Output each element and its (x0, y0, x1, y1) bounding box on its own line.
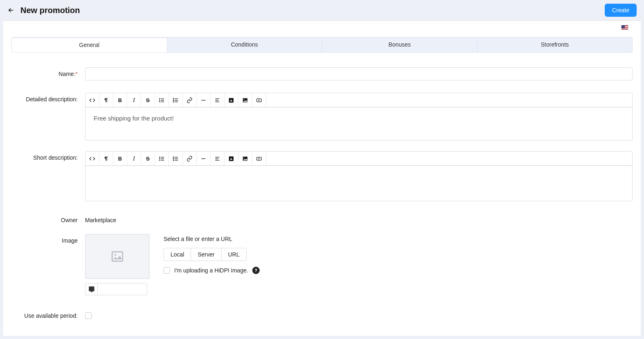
tab-general[interactable]: General (12, 38, 167, 52)
detailed-editor-body[interactable]: Free shipping for the product! (85, 107, 632, 140)
svg-rect-15 (173, 158, 174, 159)
image-url-button[interactable]: URL (222, 248, 247, 261)
label-detailed: Detailed description: (11, 93, 85, 103)
label-name: Name:* (11, 67, 85, 77)
textcolor-icon[interactable]: A (224, 93, 238, 107)
media-icon[interactable] (252, 93, 266, 107)
short-toolbar: B I S A (85, 152, 632, 166)
svg-point-0 (159, 98, 160, 99)
svg-rect-22 (112, 252, 123, 261)
svg-point-2 (159, 101, 160, 102)
short-editor-body[interactable] (85, 166, 632, 201)
svg-rect-3 (173, 98, 174, 99)
bold-icon[interactable]: B (113, 152, 127, 165)
code-icon[interactable] (85, 93, 99, 107)
alt-text-input[interactable] (97, 283, 147, 295)
ul-icon[interactable] (155, 152, 169, 165)
owner-value: Marketplace (85, 214, 633, 223)
svg-rect-5 (173, 101, 174, 103)
svg-text:A: A (230, 98, 233, 102)
paragraph-icon[interactable] (99, 152, 113, 165)
page-header: New promotion Create (0, 0, 644, 20)
language-flag-icon[interactable] (621, 25, 628, 30)
page-title: New promotion (20, 6, 80, 15)
svg-point-20 (244, 157, 245, 158)
image-server-button[interactable]: Server (191, 248, 221, 261)
textcolor-icon[interactable]: A (224, 152, 238, 165)
name-input[interactable] (85, 67, 633, 80)
header-left: New promotion (7, 6, 80, 15)
strike-icon[interactable]: S (141, 93, 155, 107)
tab-bar: General Conditions Bonuses Storefronts (11, 37, 633, 53)
svg-text:A: A (230, 157, 233, 161)
tab-conditions[interactable]: Conditions (167, 38, 323, 52)
svg-point-23 (114, 254, 116, 256)
tab-bonuses[interactable]: Bonuses (322, 38, 478, 52)
hr-icon[interactable] (197, 152, 211, 165)
alt-text-icon[interactable] (85, 283, 97, 295)
image-placeholder-icon (110, 250, 124, 263)
ol-icon[interactable] (169, 93, 183, 107)
use-period-checkbox[interactable] (85, 312, 92, 319)
media-icon[interactable] (252, 152, 266, 165)
label-image: Image (11, 234, 85, 244)
create-button[interactable]: Create (605, 4, 637, 17)
svg-point-9 (244, 99, 245, 100)
link-icon[interactable] (183, 93, 197, 107)
align-icon[interactable] (211, 152, 224, 165)
svg-point-1 (159, 100, 160, 100)
image-placeholder[interactable] (85, 234, 150, 279)
italic-icon[interactable]: I (127, 152, 141, 165)
back-icon[interactable] (7, 7, 15, 14)
svg-point-12 (159, 158, 160, 158)
short-editor: B I S A (85, 151, 633, 201)
link-icon[interactable] (183, 152, 197, 165)
label-use-period: Use available period: (11, 309, 85, 319)
hidpi-label: I'm uploading a HiDPI image. (174, 267, 248, 274)
strike-icon[interactable]: S (141, 152, 155, 165)
image-select-hint: Select a file or enter a URL (164, 236, 260, 242)
svg-rect-14 (173, 156, 174, 158)
label-short: Short description: (11, 151, 85, 161)
image-icon[interactable] (238, 93, 252, 107)
label-owner: Owner (11, 214, 85, 223)
paragraph-icon[interactable] (99, 93, 113, 107)
hidpi-checkbox[interactable] (164, 267, 170, 274)
main-panel: General Conditions Bonuses Storefronts N… (3, 20, 641, 336)
detailed-editor: B I S A Free shipping for the product! (85, 93, 633, 141)
tab-storefronts[interactable]: Storefronts (478, 38, 633, 52)
svg-rect-16 (173, 160, 174, 161)
hr-icon[interactable] (197, 93, 211, 107)
svg-point-11 (159, 157, 160, 157)
ul-icon[interactable] (155, 93, 169, 107)
image-icon[interactable] (238, 152, 252, 165)
code-icon[interactable] (85, 152, 99, 165)
italic-icon[interactable]: I (127, 93, 141, 107)
svg-point-13 (159, 160, 160, 160)
image-local-button[interactable]: Local (164, 248, 191, 261)
bold-icon[interactable]: B (113, 93, 127, 107)
image-source-buttons: Local Server URL (164, 248, 260, 261)
detailed-toolbar: B I S A (85, 93, 632, 107)
svg-rect-4 (173, 100, 174, 101)
hidpi-help-icon[interactable]: ? (252, 267, 260, 274)
ol-icon[interactable] (169, 152, 183, 165)
align-icon[interactable] (211, 93, 224, 107)
